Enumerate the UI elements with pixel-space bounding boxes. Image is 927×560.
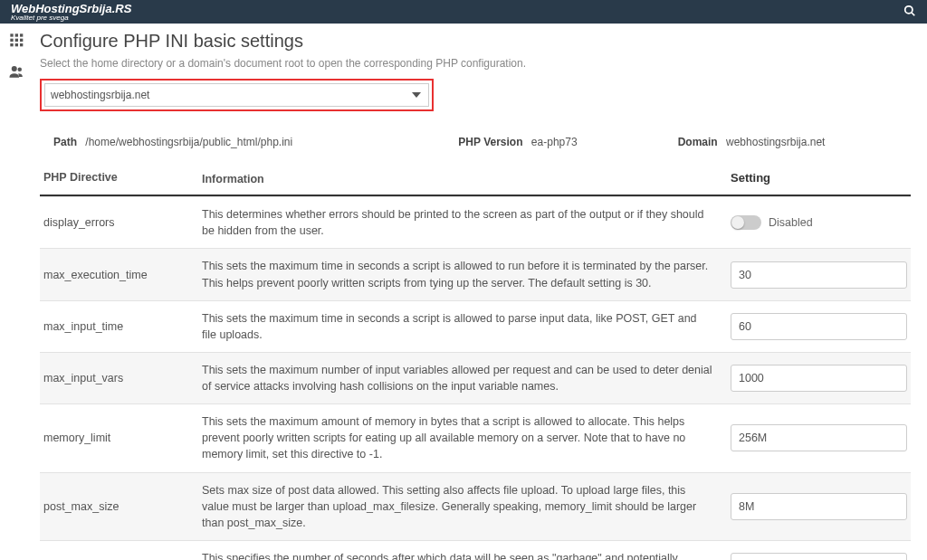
- svg-point-12: [18, 68, 23, 72]
- directive-name: post_max_size: [43, 500, 202, 513]
- table-row: post_max_sizeSets max size of post data …: [40, 472, 911, 540]
- setting-input[interactable]: [731, 313, 907, 340]
- domain-select[interactable]: webhostingsrbija.net: [44, 83, 429, 107]
- svg-rect-8: [10, 43, 13, 46]
- main-content: Configure PHP INI basic settings Select …: [33, 24, 927, 560]
- brand-text: WebHostingSrbija.RS: [11, 3, 131, 14]
- directive-setting: [731, 313, 907, 340]
- svg-rect-6: [15, 39, 18, 42]
- directive-info: This sets the maximum number of input va…: [202, 362, 731, 394]
- header-info: Information: [202, 171, 731, 187]
- svg-rect-4: [20, 33, 23, 36]
- directive-info: This specifies the number of seconds aft…: [202, 550, 731, 560]
- path-label: Path: [53, 136, 77, 148]
- phpver-value: ea-php73: [531, 136, 578, 148]
- info-phpver: PHP Version ea-php73: [458, 136, 677, 148]
- directive-info: This sets the maximum time in seconds a …: [202, 258, 731, 290]
- directive-name: display_errors: [43, 216, 202, 229]
- directive-setting: [731, 365, 907, 392]
- svg-rect-10: [20, 43, 23, 46]
- phpver-label: PHP Version: [458, 136, 522, 148]
- table-row: memory_limitThis sets the maximum amount…: [40, 403, 911, 471]
- table-row: max_execution_timeThis sets the maximum …: [40, 248, 911, 299]
- directive-info: This sets the maximum amount of memory i…: [202, 413, 731, 462]
- domain-value: webhostingsrbija.net: [726, 136, 825, 148]
- svg-rect-9: [15, 43, 18, 46]
- domain-select-highlight: webhostingsrbija.net: [40, 79, 434, 111]
- svg-rect-2: [10, 33, 13, 36]
- header-directive: PHP Directive: [43, 171, 202, 184]
- directive-info: Sets max size of post data allowed. This…: [202, 482, 731, 531]
- directive-setting: [731, 424, 907, 451]
- directive-name: max_execution_time: [43, 269, 202, 281]
- table-row: session.gc_maxlifetimeThis specifies the…: [40, 540, 911, 560]
- setting-input[interactable]: [731, 424, 907, 451]
- info-domain: Domain webhostingsrbija.net: [678, 136, 897, 148]
- top-bar: WebHostingSrbija.RS Kvalitet pre svega: [0, 0, 927, 24]
- brand-tagline: Kvalitet pre svega: [11, 14, 131, 22]
- svg-rect-7: [20, 39, 23, 42]
- directive-setting: [731, 261, 907, 289]
- svg-point-0: [905, 5, 913, 13]
- directive-name: max_input_time: [43, 320, 202, 333]
- config-info-row: Path /home/webhostingsrbija/public_html/…: [40, 126, 911, 158]
- directive-info: This sets the maximum time in seconds a …: [202, 310, 731, 343]
- directive-setting: Disabled: [731, 215, 907, 230]
- users-icon[interactable]: [8, 63, 24, 83]
- table-row: max_input_varsThis sets the maximum numb…: [40, 352, 911, 403]
- svg-rect-5: [10, 39, 13, 42]
- table-row: display_errorsThis determines whether er…: [40, 196, 911, 248]
- search-icon[interactable]: [903, 5, 916, 20]
- table-row: max_input_timeThis sets the maximum time…: [40, 300, 911, 352]
- path-value: /home/webhostingsrbija/public_html/php.i…: [85, 136, 292, 148]
- directive-setting: [731, 493, 907, 520]
- directive-setting: [731, 553, 907, 560]
- directive-name: max_input_vars: [43, 372, 202, 384]
- page-description: Select the home directory or a domain's …: [40, 57, 911, 70]
- left-rail: [0, 24, 33, 560]
- svg-rect-3: [15, 33, 18, 36]
- table-header: PHP Directive Information Setting: [40, 164, 911, 196]
- toggle-switch[interactable]: [731, 215, 761, 230]
- setting-input[interactable]: [731, 553, 907, 560]
- info-path: Path /home/webhostingsrbija/public_html/…: [53, 136, 458, 148]
- header-setting: Setting: [731, 171, 907, 185]
- domain-label: Domain: [678, 136, 718, 148]
- svg-point-11: [12, 66, 17, 71]
- brand-logo: WebHostingSrbija.RS Kvalitet pre svega: [11, 3, 131, 22]
- toggle-label: Disabled: [769, 216, 813, 229]
- svg-line-1: [912, 12, 915, 15]
- setting-input[interactable]: [731, 261, 907, 289]
- setting-input[interactable]: [731, 493, 907, 520]
- page-title: Configure PHP INI basic settings: [40, 31, 911, 52]
- directive-name: memory_limit: [43, 432, 202, 444]
- settings-table: PHP Directive Information Setting displa…: [40, 164, 911, 560]
- setting-input[interactable]: [731, 365, 907, 392]
- directive-info: This determines whether errors should be…: [202, 206, 731, 239]
- apps-icon[interactable]: [9, 33, 24, 51]
